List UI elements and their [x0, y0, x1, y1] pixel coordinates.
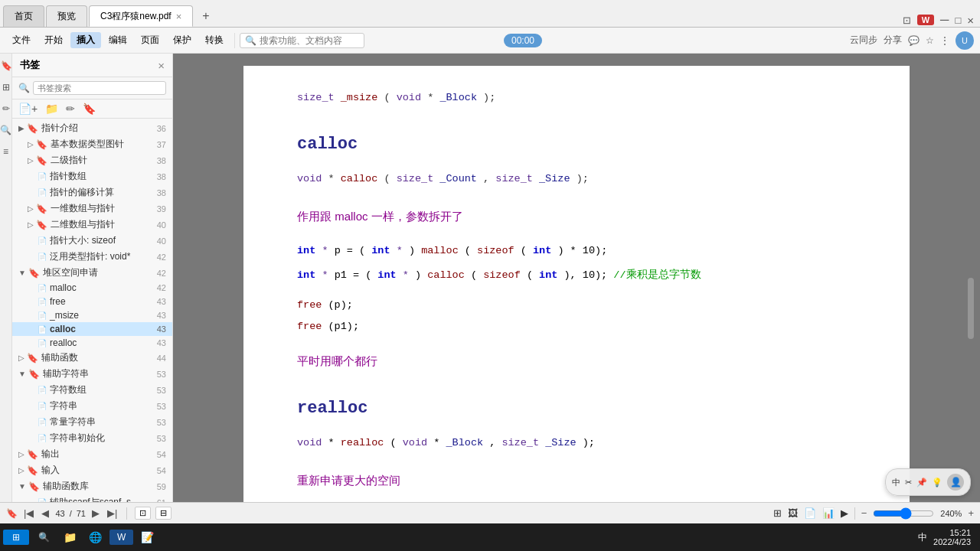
tab-home[interactable]: 首页 [3, 5, 44, 27]
list-item[interactable]: 📄 free 43 [12, 295, 172, 308]
list-item[interactable]: ▷ 🔖 二级指针 38 [12, 152, 172, 168]
list-item[interactable]: ▷ 🔖 基本数据类型图针 37 [12, 136, 172, 152]
folder-icon: 🔖 [28, 481, 40, 492]
list-item[interactable]: ▼ 🔖 堆区空间申请 42 [12, 265, 172, 281]
sidebar-tool-add[interactable]: 📄+ [18, 103, 38, 115]
list-item[interactable]: 📄 字符串 53 [12, 398, 172, 414]
tab-close-icon[interactable]: × [176, 11, 182, 22]
sidebar-tool-bookmark[interactable]: 🔖 [83, 103, 96, 115]
realloc-desc: 重新申请更大的空间 [297, 471, 856, 491]
toolbar-home[interactable]: 开始 [38, 32, 69, 48]
list-item[interactable]: 📄 泛用类型指针: void* 42 [12, 249, 172, 265]
fit-width-btn[interactable]: ⊟ [155, 507, 172, 520]
nav-next[interactable]: ▶ [90, 507, 101, 519]
tab-plus[interactable]: + [194, 5, 217, 27]
toolbar-protect[interactable]: 保护 [167, 32, 198, 48]
sidebar-search-input[interactable] [33, 81, 166, 95]
list-item[interactable]: ▷ 🔖 输出 54 [12, 446, 172, 462]
taskbar-app[interactable]: 📝 [136, 529, 158, 546]
taskbar-wps[interactable]: W [109, 530, 133, 545]
tab-active[interactable]: C3程序猿new.pdf × [89, 5, 193, 27]
search-input[interactable] [260, 35, 359, 46]
float-tool-pin[interactable]: 📌 [916, 478, 927, 487]
calloc-paren: ( [384, 173, 396, 184]
sidebar-close-icon[interactable]: × [158, 59, 165, 72]
toolbar-page[interactable]: 页面 [135, 32, 165, 48]
toolbar-file[interactable]: 文件 [6, 32, 37, 48]
list-item[interactable]: 📄 calloc 43 [12, 322, 172, 336]
view-icon-5[interactable]: ▶ [841, 507, 848, 519]
item-page: 53 [157, 386, 166, 395]
start-button[interactable]: ⊞ [3, 530, 29, 545]
calloc-title: calloc [297, 130, 856, 160]
item-label: 字符串 [50, 399, 157, 412]
view-icon-2[interactable]: 🖼 [788, 507, 798, 519]
view-icon-1[interactable]: ⊞ [773, 507, 782, 519]
nav-prev[interactable]: ◀ [40, 507, 51, 519]
layer-icon[interactable]: ≡ [3, 146, 8, 157]
taskbar-icon-zh[interactable]: 中 [918, 531, 927, 544]
nav-first[interactable]: |◀ [22, 507, 35, 519]
toolbar-icon-3[interactable]: ⋮ [940, 35, 949, 46]
status-bar: 🔖 |◀ ◀ 43 / 71 ▶ ▶| ⊡ ⊟ ⊞ 🖼 📄 📊 ▶ − 240%… [0, 502, 980, 523]
item-label: 辅助字符串 [43, 367, 157, 380]
tab-pdf[interactable]: 预览 [46, 5, 87, 27]
taskbar-chrome[interactable]: 🌐 [84, 529, 106, 546]
maximize-btn[interactable]: □ [955, 15, 961, 26]
fit-page-btn[interactable]: ⊡ [135, 507, 151, 520]
list-item[interactable]: ▶ 🔖 指针介绍 36 [12, 120, 172, 136]
zoom-out-btn[interactable]: − [861, 507, 867, 519]
list-item[interactable]: ▼ 🔖 辅助字符串 53 [12, 366, 172, 382]
sync-btn[interactable]: 云同步 [850, 34, 877, 47]
zoom-in-btn[interactable]: + [968, 507, 974, 519]
toolbar-icon-1[interactable]: 💬 [908, 35, 920, 46]
minimize-btn[interactable]: ─ [940, 13, 949, 27]
list-item[interactable]: ▷ 🔖 一维数组与指针 39 [12, 201, 172, 217]
view-icon-3[interactable]: 📄 [804, 507, 816, 519]
annot-icon[interactable]: ✏ [2, 103, 10, 114]
bookmark-panel-icon[interactable]: 🔖 [1, 60, 11, 71]
find-icon[interactable]: 🔍 [0, 125, 11, 135]
list-item[interactable]: ▷ 🔖 输入 54 [12, 462, 172, 478]
toolbar-edit[interactable]: 编辑 [103, 32, 133, 48]
expand-icon: ▷ [18, 466, 24, 474]
share-btn[interactable]: 分享 [884, 34, 902, 47]
expand-icon: ▷ [28, 204, 34, 213]
list-item[interactable]: 📄 常量字符串 53 [12, 414, 172, 430]
page-icon: 📄 [38, 172, 47, 181]
list-item[interactable]: 📄 指针数组 38 [12, 168, 172, 184]
toolbar-icon-2[interactable]: ☆ [926, 35, 934, 46]
sidebar-tool-folder[interactable]: 📁 [45, 103, 58, 115]
list-item[interactable]: 📄 _msize 43 [12, 308, 172, 322]
code-free-p1: free (p1); [297, 318, 856, 336]
list-item[interactable]: 📄 指针的偏移计算 38 [12, 184, 172, 201]
nav-last[interactable]: ▶| [106, 507, 119, 519]
list-item[interactable]: ▷ 🔖 二维数组与指针 40 [12, 217, 172, 233]
sidebar-tool-edit[interactable]: ✏ [66, 103, 75, 115]
list-item[interactable]: ▷ 🔖 辅助函数 44 [12, 350, 172, 366]
taskbar-search[interactable]: 🔍 [32, 530, 56, 545]
sidebar-search-bar: 🔍 [12, 77, 172, 99]
list-item[interactable]: 📄 realloc 43 [12, 336, 172, 350]
toolbar-insert[interactable]: 插入 [70, 32, 101, 48]
list-item[interactable]: 📄 malloc 42 [12, 281, 172, 295]
taskbar-file-explorer[interactable]: 📁 [59, 529, 81, 546]
item-page: 53 [157, 418, 166, 427]
top-icon-1[interactable]: ⊡ [903, 15, 911, 26]
list-item[interactable]: 📄 辅助scanf与scanf_s 61 [12, 494, 172, 502]
float-tool-light[interactable]: 💡 [932, 478, 942, 487]
main-area: 🔖 ⊞ ✏ 🔍 ≡ 书签 × 🔍 📄+ 📁 ✏ 🔖 ▶ 🔖 指针介绍 3 [0, 54, 980, 502]
zoom-slider[interactable] [873, 507, 934, 520]
float-tool-scissors[interactable]: ✂ [905, 478, 912, 487]
close-btn[interactable]: × [967, 14, 974, 27]
thumbnail-icon[interactable]: ⊞ [2, 82, 10, 93]
list-item[interactable]: 📄 字符串初始化 53 [12, 430, 172, 446]
float-tool-zh[interactable]: 中 [892, 477, 900, 488]
search-box[interactable]: 🔍 [240, 33, 364, 48]
view-icon-4[interactable]: 📊 [822, 507, 835, 519]
list-item[interactable]: 📄 指针大小: sizeof 40 [12, 233, 172, 249]
list-item[interactable]: ▼ 🔖 辅助函数库 59 [12, 478, 172, 494]
toolbar-convert[interactable]: 转换 [199, 32, 230, 48]
calloc-end: ); [577, 173, 589, 184]
list-item[interactable]: 📄 字符数组 53 [12, 382, 172, 398]
